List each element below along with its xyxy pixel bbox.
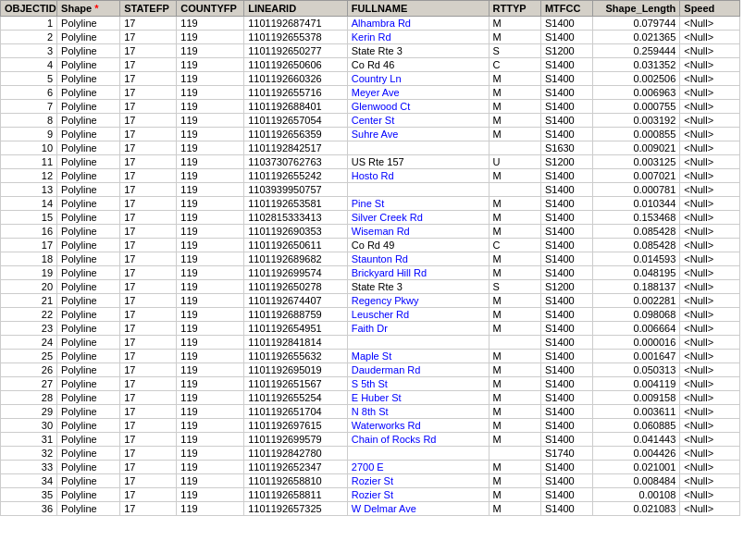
cell-linearid: 1101192842517 [244,141,348,155]
table-row[interactable]: 26Polyline171191101192695019Dauderman Rd… [1,363,740,377]
cell-statefp: 17 [120,114,177,128]
table-row[interactable]: 8Polyline171191101192657054Center StMS14… [1,114,740,128]
cell-mtfcc: S1400 [540,31,592,44]
cell-objectid: 10 [1,141,57,155]
cell-shapelen: 0.003192 [593,114,680,128]
cell-countyfp: 119 [177,141,244,155]
table-row[interactable]: 11Polyline171191103730762763US Rte 157US… [1,155,740,169]
table-row[interactable]: 9Polyline171191101192656359Suhre AveMS14… [1,128,740,141]
table-row[interactable]: 35Polyline171191101192658811Rozier StMS1… [1,488,740,502]
cell-statefp: 17 [120,141,177,155]
table-row[interactable]: 15Polyline171191102815333413Silver Creek… [1,211,740,225]
col-header-statefp[interactable]: STATEFP [120,1,177,17]
col-header-countyfp[interactable]: COUNTYFP [177,1,244,17]
cell-shapelen: 0.010344 [593,197,680,211]
cell-mtfcc: S1400 [540,72,592,86]
table-row[interactable]: 5Polyline171191101192660326Country LnMS1… [1,72,740,86]
table-row[interactable]: 16Polyline171191101192690353Wiseman RdMS… [1,225,740,239]
table-row[interactable]: 28Polyline171191101192655254E Huber StMS… [1,391,740,405]
cell-speed: <Null> [680,322,740,336]
table-row[interactable]: 34Polyline171191101192658810Rozier StMS1… [1,474,740,488]
table-row[interactable]: 10Polyline171191101192842517S16300.00902… [1,141,740,155]
cell-shapelen: 0.021365 [593,31,680,44]
cell-speed: <Null> [680,169,740,183]
table-row[interactable]: 4Polyline171191101192650606Co Rd 46CS140… [1,58,740,72]
table-row[interactable]: 18Polyline171191101192689682Staunton RdM… [1,252,740,266]
col-header-shapelen[interactable]: Shape_Length [593,1,680,17]
cell-linearid: 1102815333413 [244,211,348,225]
table-row[interactable]: 6Polyline171191101192655716Meyer AveMS14… [1,86,740,100]
table-row[interactable]: 27Polyline171191101192651567S 5th StMS14… [1,377,740,391]
table-row[interactable]: 25Polyline171191101192655632Maple StMS14… [1,350,740,363]
cell-shapelen: 0.008484 [593,474,680,488]
cell-mtfcc: S1400 [540,128,592,141]
cell-shapelen: 0.188137 [593,280,680,294]
table-row[interactable]: 36Polyline171191101192657325W Delmar Ave… [1,502,740,516]
cell-shapelen: 0.003611 [593,405,680,419]
cell-shapelen: 0.000755 [593,100,680,114]
cell-objectid: 35 [1,488,57,502]
table-row[interactable]: 3Polyline171191101192650277State Rte 3SS… [1,44,740,58]
cell-speed: <Null> [680,447,740,461]
cell-objectid: 30 [1,419,57,433]
cell-countyfp: 119 [177,266,244,280]
table-row[interactable]: 32Polyline171191101192842780S17400.00442… [1,447,740,461]
cell-speed: <Null> [680,128,740,141]
col-header-objectid[interactable]: OBJECTID * [1,1,57,17]
cell-shape: Polyline [57,183,120,197]
cell-mtfcc: S1400 [540,183,592,197]
cell-linearid: 1101192674407 [244,294,348,308]
data-table-container[interactable]: OBJECTID * Shape * STATEFP COUNTYFP LINE… [0,0,740,553]
cell-rttyp: M [489,197,540,211]
cell-speed: <Null> [680,294,740,308]
cell-objectid: 2 [1,31,57,44]
cell-mtfcc: S1400 [540,169,592,183]
cell-shapelen: 0.085428 [593,239,680,252]
cell-countyfp: 119 [177,474,244,488]
table-row[interactable]: 31Polyline171191101192699579Chain of Roc… [1,433,740,447]
cell-linearid: 1101192842780 [244,447,348,461]
cell-countyfp: 119 [177,488,244,502]
cell-speed: <Null> [680,31,740,44]
table-row[interactable]: 22Polyline171191101192688759Leuscher RdM… [1,308,740,322]
cell-objectid: 22 [1,308,57,322]
cell-objectid: 19 [1,266,57,280]
table-row[interactable]: 2Polyline171191101192655378Kerin RdMS140… [1,31,740,44]
cell-rttyp: M [489,391,540,405]
col-header-fullname[interactable]: FULLNAME [347,1,489,17]
cell-statefp: 17 [120,461,177,474]
table-row[interactable]: 12Polyline171191101192655242Hosto RdMS14… [1,169,740,183]
table-row[interactable]: 29Polyline171191101192651704N 8th StMS14… [1,405,740,419]
table-row[interactable]: 23Polyline171191101192654951Faith DrMS14… [1,322,740,336]
table-row[interactable]: 21Polyline171191101192674407Regency Pkwy… [1,294,740,308]
col-header-rttyp[interactable]: RTTYP [489,1,540,17]
col-header-speed[interactable]: Speed [680,1,740,17]
col-header-mtfcc[interactable]: MTFCC [540,1,592,17]
cell-mtfcc: S1400 [540,252,592,266]
table-row[interactable]: 24Polyline171191101192841814S14000.00001… [1,336,740,350]
cell-speed: <Null> [680,280,740,294]
col-header-linearid[interactable]: LINEARID [244,1,348,17]
cell-fullname: Meyer Ave [347,86,489,100]
cell-statefp: 17 [120,447,177,461]
cell-linearid: 1101192689682 [244,252,348,266]
cell-countyfp: 119 [177,155,244,169]
cell-speed: <Null> [680,252,740,266]
table-row[interactable]: 1Polyline171191101192687471Alhambra RdMS… [1,17,740,31]
table-row[interactable]: 17Polyline171191101192650611Co Rd 49CS14… [1,239,740,252]
col-header-shape[interactable]: Shape * [57,1,120,17]
cell-speed: <Null> [680,72,740,86]
cell-countyfp: 119 [177,72,244,86]
table-row[interactable]: 33Polyline1711911011926523472700 EMS1400… [1,461,740,474]
table-row[interactable]: 20Polyline171191101192650278State Rte 3S… [1,280,740,294]
table-row[interactable]: 7Polyline171191101192688401Glenwood CtMS… [1,100,740,114]
table-row[interactable]: 14Polyline171191101192653581Pine StMS140… [1,197,740,211]
table-row[interactable]: 19Polyline171191101192699574Brickyard Hi… [1,266,740,280]
table-row[interactable]: 30Polyline171191101192697615Waterworks R… [1,419,740,433]
cell-objectid: 23 [1,322,57,336]
cell-mtfcc: S1400 [540,308,592,322]
cell-shape: Polyline [57,128,120,141]
cell-speed: <Null> [680,17,740,31]
cell-objectid: 12 [1,169,57,183]
table-row[interactable]: 13Polyline171191103939950757S14000.00078… [1,183,740,197]
